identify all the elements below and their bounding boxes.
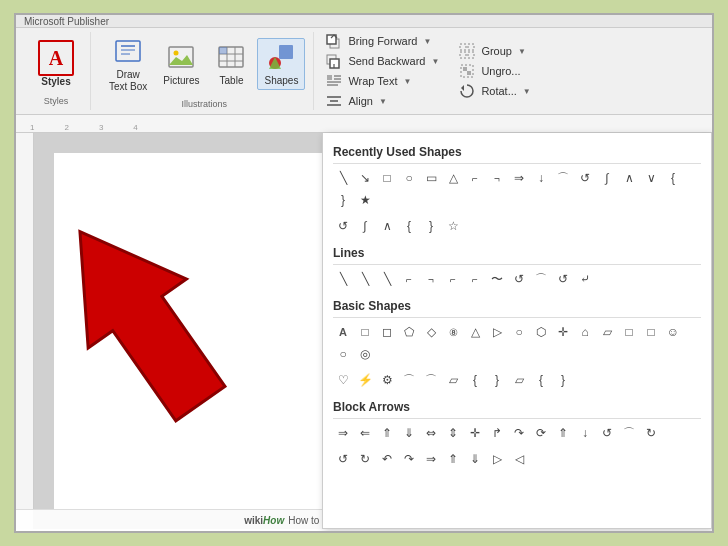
shape-item[interactable]: ↻ [355, 449, 375, 469]
shape-item[interactable]: □ [619, 322, 639, 342]
shape-item[interactable]: { [663, 168, 683, 188]
bring-forward-row[interactable]: Bring Forward ▼ [326, 32, 439, 50]
shape-item[interactable]: ▱ [443, 370, 463, 390]
shape-item[interactable]: ⌐ [465, 168, 485, 188]
shape-item[interactable]: ⇓ [399, 423, 419, 443]
shape-item[interactable]: ○ [333, 344, 353, 364]
shape-item[interactable]: △ [443, 168, 463, 188]
shape-item[interactable]: ⌐ [443, 269, 463, 289]
shape-item[interactable]: ▷ [487, 449, 507, 469]
shape-item[interactable]: ★ [355, 190, 375, 210]
shape-item[interactable]: ▱ [597, 322, 617, 342]
shape-item[interactable]: ✛ [465, 423, 485, 443]
shape-item[interactable]: ↺ [333, 216, 353, 236]
shape-item[interactable]: ↺ [553, 269, 573, 289]
shape-item[interactable]: ☆ [443, 216, 463, 236]
shape-item[interactable]: { [465, 370, 485, 390]
shape-item[interactable]: ╲ [333, 168, 353, 188]
shape-item[interactable]: ⬠ [399, 322, 419, 342]
shape-item[interactable]: ▭ [421, 168, 441, 188]
shape-item[interactable]: 〜 [487, 269, 507, 289]
shape-item[interactable]: ⇒ [421, 449, 441, 469]
shape-item[interactable]: ⚙ [377, 370, 397, 390]
shape-item[interactable]: ⇒ [333, 423, 353, 443]
shape-item[interactable]: ⇑ [553, 423, 573, 443]
shape-item[interactable]: ✛ [553, 322, 573, 342]
shape-item[interactable]: ⌐ [399, 269, 419, 289]
shape-item[interactable]: A [333, 322, 353, 342]
shape-item[interactable]: ⬡ [531, 322, 551, 342]
shape-item[interactable]: ⇒ [509, 168, 529, 188]
shape-item[interactable]: ↷ [509, 423, 529, 443]
shape-item[interactable]: ☺ [663, 322, 683, 342]
shape-item[interactable]: ╲ [355, 269, 375, 289]
shape-item[interactable]: ↶ [377, 449, 397, 469]
shape-item[interactable]: ♡ [333, 370, 353, 390]
shape-item[interactable]: ∧ [619, 168, 639, 188]
shape-item[interactable]: ∫ [597, 168, 617, 188]
shape-item[interactable]: ⇐ [355, 423, 375, 443]
shape-item[interactable]: ⌒ [421, 370, 441, 390]
shape-item[interactable]: ↻ [641, 423, 661, 443]
shape-item[interactable]: ⌒ [553, 168, 573, 188]
align-row[interactable]: Align ▼ [326, 92, 439, 110]
shape-item[interactable]: ⇓ [465, 449, 485, 469]
shape-item[interactable]: ⇔ [421, 423, 441, 443]
shape-item[interactable]: ¬ [487, 168, 507, 188]
shape-item[interactable]: ⚡ [355, 370, 375, 390]
rotate-row[interactable]: Rotat... ▼ [459, 82, 530, 100]
shape-item[interactable]: ╲ [333, 269, 353, 289]
shape-item[interactable]: □ [641, 322, 661, 342]
pictures-button[interactable]: Pictures [157, 39, 205, 89]
shape-item[interactable]: ○ [399, 168, 419, 188]
table-button[interactable]: Table [209, 39, 253, 89]
shape-item[interactable]: ▷ [487, 322, 507, 342]
group-row[interactable]: Group ▼ [459, 42, 530, 60]
shape-item[interactable]: ⇕ [443, 423, 463, 443]
shape-item[interactable]: ⟳ [531, 423, 551, 443]
shape-item[interactable]: ∨ [641, 168, 661, 188]
shape-item[interactable]: ⌐ [465, 269, 485, 289]
shape-item[interactable]: ⇑ [377, 423, 397, 443]
shape-item[interactable]: ⌒ [399, 370, 419, 390]
wrap-text-row[interactable]: Wrap Text ▼ [326, 72, 439, 90]
shape-item[interactable]: ↺ [575, 168, 595, 188]
shape-item[interactable]: ◇ [421, 322, 441, 342]
draw-text-box-button[interactable]: DrawText Box [103, 33, 153, 95]
shape-item[interactable]: ◻ [377, 322, 397, 342]
shape-item[interactable]: ○ [509, 322, 529, 342]
shape-item[interactable]: ↺ [597, 423, 617, 443]
shape-item[interactable]: □ [377, 168, 397, 188]
shape-item[interactable]: ↓ [531, 168, 551, 188]
shape-item[interactable]: { [531, 370, 551, 390]
styles-button[interactable]: A Styles [30, 36, 82, 92]
shape-item[interactable]: ◁ [509, 449, 529, 469]
shape-item[interactable]: ↷ [399, 449, 419, 469]
shape-item[interactable]: ∧ [377, 216, 397, 236]
shape-item[interactable]: ⌒ [531, 269, 551, 289]
shape-item[interactable]: ↺ [509, 269, 529, 289]
shape-item[interactable]: ∫ [355, 216, 375, 236]
shape-item[interactable]: ⌂ [575, 322, 595, 342]
shape-item[interactable]: □ [355, 322, 375, 342]
shape-item[interactable]: ¬ [421, 269, 441, 289]
shapes-button[interactable]: Shapes [257, 38, 305, 90]
shape-item[interactable]: ▱ [509, 370, 529, 390]
ungroup-row[interactable]: Ungro... [459, 62, 530, 80]
shape-item[interactable]: } [421, 216, 441, 236]
shape-item[interactable]: { [399, 216, 419, 236]
shape-item[interactable]: ⌒ [619, 423, 639, 443]
shape-item[interactable]: ⑧ [443, 322, 463, 342]
send-backward-row[interactable]: Send Backward ▼ [326, 52, 439, 70]
shape-item[interactable]: ↓ [575, 423, 595, 443]
shape-item[interactable]: ⤶ [575, 269, 595, 289]
shape-item[interactable]: △ [465, 322, 485, 342]
shape-item[interactable]: } [553, 370, 573, 390]
shape-item[interactable]: ⇑ [443, 449, 463, 469]
shape-item[interactable]: ◎ [355, 344, 375, 364]
shape-item[interactable]: } [333, 190, 353, 210]
shape-item[interactable]: ↱ [487, 423, 507, 443]
shape-item[interactable]: } [487, 370, 507, 390]
shape-item[interactable]: ↘ [355, 168, 375, 188]
shape-item[interactable]: ╲ [377, 269, 397, 289]
